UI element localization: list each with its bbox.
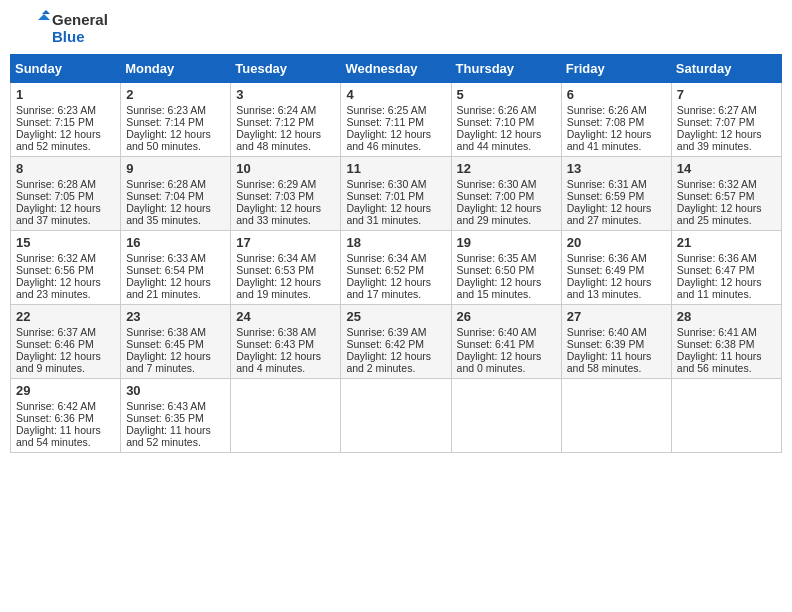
day-number: 24 <box>236 309 335 324</box>
calendar-cell: 28Sunrise: 6:41 AMSunset: 6:38 PMDayligh… <box>671 305 781 379</box>
logo-graphic <box>14 10 50 46</box>
sunrise: Sunrise: 6:40 AM <box>567 326 666 338</box>
day-number: 23 <box>126 309 225 324</box>
day-number: 26 <box>457 309 556 324</box>
daylight: Daylight: 11 hours and 58 minutes. <box>567 350 666 374</box>
sunset: Sunset: 6:54 PM <box>126 264 225 276</box>
sunrise: Sunrise: 6:29 AM <box>236 178 335 190</box>
sunrise: Sunrise: 6:30 AM <box>346 178 445 190</box>
svg-marker-0 <box>42 10 50 14</box>
day-number: 28 <box>677 309 776 324</box>
calendar-cell: 9Sunrise: 6:28 AMSunset: 7:04 PMDaylight… <box>121 157 231 231</box>
weekday-header-monday: Monday <box>121 55 231 83</box>
daylight: Daylight: 12 hours and 50 minutes. <box>126 128 225 152</box>
sunrise: Sunrise: 6:24 AM <box>236 104 335 116</box>
daylight: Daylight: 12 hours and 13 minutes. <box>567 276 666 300</box>
daylight: Daylight: 12 hours and 44 minutes. <box>457 128 556 152</box>
sunrise: Sunrise: 6:23 AM <box>16 104 115 116</box>
sunset: Sunset: 7:12 PM <box>236 116 335 128</box>
daylight: Daylight: 11 hours and 54 minutes. <box>16 424 115 448</box>
calendar-cell: 1Sunrise: 6:23 AMSunset: 7:15 PMDaylight… <box>11 83 121 157</box>
day-number: 1 <box>16 87 115 102</box>
calendar-cell: 14Sunrise: 6:32 AMSunset: 6:57 PMDayligh… <box>671 157 781 231</box>
calendar-cell <box>451 379 561 453</box>
sunset: Sunset: 7:04 PM <box>126 190 225 202</box>
day-number: 15 <box>16 235 115 250</box>
calendar-cell: 2Sunrise: 6:23 AMSunset: 7:14 PMDaylight… <box>121 83 231 157</box>
daylight: Daylight: 11 hours and 56 minutes. <box>677 350 776 374</box>
calendar-cell: 4Sunrise: 6:25 AMSunset: 7:11 PMDaylight… <box>341 83 451 157</box>
calendar-cell <box>341 379 451 453</box>
daylight: Daylight: 12 hours and 33 minutes. <box>236 202 335 226</box>
sunset: Sunset: 6:47 PM <box>677 264 776 276</box>
calendar-cell <box>231 379 341 453</box>
daylight: Daylight: 12 hours and 9 minutes. <box>16 350 115 374</box>
day-number: 8 <box>16 161 115 176</box>
sunrise: Sunrise: 6:38 AM <box>126 326 225 338</box>
calendar-cell: 10Sunrise: 6:29 AMSunset: 7:03 PMDayligh… <box>231 157 341 231</box>
sunrise: Sunrise: 6:38 AM <box>236 326 335 338</box>
sunrise: Sunrise: 6:37 AM <box>16 326 115 338</box>
day-number: 10 <box>236 161 335 176</box>
day-number: 17 <box>236 235 335 250</box>
sunset: Sunset: 6:41 PM <box>457 338 556 350</box>
calendar-cell: 26Sunrise: 6:40 AMSunset: 6:41 PMDayligh… <box>451 305 561 379</box>
calendar-cell: 23Sunrise: 6:38 AMSunset: 6:45 PMDayligh… <box>121 305 231 379</box>
calendar-cell: 8Sunrise: 6:28 AMSunset: 7:05 PMDaylight… <box>11 157 121 231</box>
calendar-cell: 21Sunrise: 6:36 AMSunset: 6:47 PMDayligh… <box>671 231 781 305</box>
sunrise: Sunrise: 6:35 AM <box>457 252 556 264</box>
sunrise: Sunrise: 6:42 AM <box>16 400 115 412</box>
weekday-header-saturday: Saturday <box>671 55 781 83</box>
sunrise: Sunrise: 6:36 AM <box>677 252 776 264</box>
sunset: Sunset: 6:45 PM <box>126 338 225 350</box>
daylight: Daylight: 12 hours and 7 minutes. <box>126 350 225 374</box>
weekday-header-wednesday: Wednesday <box>341 55 451 83</box>
daylight: Daylight: 12 hours and 31 minutes. <box>346 202 445 226</box>
calendar-cell: 7Sunrise: 6:27 AMSunset: 7:07 PMDaylight… <box>671 83 781 157</box>
sunrise: Sunrise: 6:27 AM <box>677 104 776 116</box>
sunset: Sunset: 6:53 PM <box>236 264 335 276</box>
weekday-header-thursday: Thursday <box>451 55 561 83</box>
day-number: 18 <box>346 235 445 250</box>
calendar-cell: 20Sunrise: 6:36 AMSunset: 6:49 PMDayligh… <box>561 231 671 305</box>
sunrise: Sunrise: 6:23 AM <box>126 104 225 116</box>
day-number: 9 <box>126 161 225 176</box>
day-number: 7 <box>677 87 776 102</box>
weekday-header-tuesday: Tuesday <box>231 55 341 83</box>
sunset: Sunset: 6:50 PM <box>457 264 556 276</box>
calendar-cell: 30Sunrise: 6:43 AMSunset: 6:35 PMDayligh… <box>121 379 231 453</box>
logo-text: General Blue <box>52 11 108 46</box>
sunset: Sunset: 7:11 PM <box>346 116 445 128</box>
day-number: 13 <box>567 161 666 176</box>
sunset: Sunset: 7:05 PM <box>16 190 115 202</box>
sunset: Sunset: 6:39 PM <box>567 338 666 350</box>
sunset: Sunset: 7:08 PM <box>567 116 666 128</box>
day-number: 3 <box>236 87 335 102</box>
daylight: Daylight: 12 hours and 11 minutes. <box>677 276 776 300</box>
daylight: Daylight: 12 hours and 52 minutes. <box>16 128 115 152</box>
daylight: Daylight: 12 hours and 21 minutes. <box>126 276 225 300</box>
calendar-cell: 11Sunrise: 6:30 AMSunset: 7:01 PMDayligh… <box>341 157 451 231</box>
daylight: Daylight: 12 hours and 35 minutes. <box>126 202 225 226</box>
sunset: Sunset: 6:52 PM <box>346 264 445 276</box>
sunrise: Sunrise: 6:30 AM <box>457 178 556 190</box>
calendar-cell: 5Sunrise: 6:26 AMSunset: 7:10 PMDaylight… <box>451 83 561 157</box>
sunrise: Sunrise: 6:43 AM <box>126 400 225 412</box>
weekday-header-sunday: Sunday <box>11 55 121 83</box>
day-number: 5 <box>457 87 556 102</box>
sunrise: Sunrise: 6:31 AM <box>567 178 666 190</box>
day-number: 14 <box>677 161 776 176</box>
sunset: Sunset: 7:14 PM <box>126 116 225 128</box>
sunrise: Sunrise: 6:36 AM <box>567 252 666 264</box>
sunrise: Sunrise: 6:41 AM <box>677 326 776 338</box>
calendar-cell: 29Sunrise: 6:42 AMSunset: 6:36 PMDayligh… <box>11 379 121 453</box>
day-number: 25 <box>346 309 445 324</box>
sunset: Sunset: 6:42 PM <box>346 338 445 350</box>
calendar-cell: 3Sunrise: 6:24 AMSunset: 7:12 PMDaylight… <box>231 83 341 157</box>
calendar-table: SundayMondayTuesdayWednesdayThursdayFrid… <box>10 54 782 453</box>
sunset: Sunset: 7:07 PM <box>677 116 776 128</box>
sunrise: Sunrise: 6:39 AM <box>346 326 445 338</box>
day-number: 11 <box>346 161 445 176</box>
daylight: Daylight: 12 hours and 0 minutes. <box>457 350 556 374</box>
calendar-cell: 24Sunrise: 6:38 AMSunset: 6:43 PMDayligh… <box>231 305 341 379</box>
